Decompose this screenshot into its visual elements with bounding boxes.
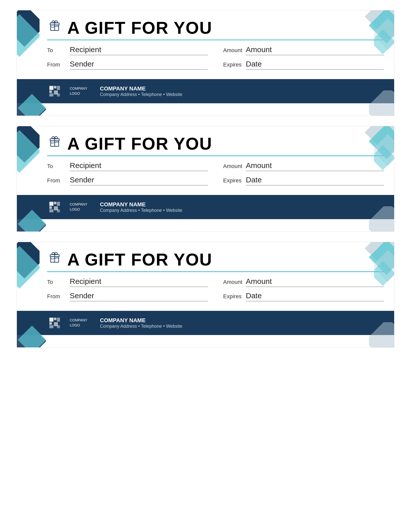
amount-row: Amount Amount bbox=[223, 45, 384, 55]
company-address: Company Address • Telephone • Website bbox=[100, 208, 182, 213]
corner-br-decor bbox=[369, 206, 394, 231]
company-info: COMPANY NAME Company Address • Telephone… bbox=[100, 317, 182, 329]
company-logo-icon bbox=[47, 200, 62, 215]
card-content: A GIFT FOR YOU To Recipient From Sender bbox=[17, 126, 394, 190]
svg-rect-17 bbox=[49, 206, 52, 209]
company-logo-text: COMPANYLOGO bbox=[70, 202, 87, 212]
amount-label: Amount bbox=[223, 279, 243, 285]
decor-right bbox=[374, 18, 394, 58]
to-label: To bbox=[47, 47, 67, 54]
expires-label: Expires bbox=[223, 61, 243, 68]
to-label: To bbox=[47, 279, 67, 285]
footer-bar: COMPANYLOGO COMPANY NAME Company Address… bbox=[17, 311, 394, 335]
to-row: To Recipient bbox=[47, 161, 208, 171]
gift-icon bbox=[47, 19, 62, 37]
company-info: COMPANY NAME Company Address • Telephone… bbox=[100, 201, 182, 213]
to-label: To bbox=[47, 163, 67, 170]
title-divider bbox=[47, 155, 384, 156]
svg-rect-32 bbox=[57, 325, 60, 328]
amount-value: Amount bbox=[246, 277, 384, 287]
fields-right: Amount Amount Expires Date bbox=[223, 277, 384, 306]
gift-card-3: A GIFT FOR YOU To Recipient From Sender bbox=[17, 242, 394, 348]
card-header: A GIFT FOR YOU bbox=[47, 134, 384, 153]
card-content: A GIFT FOR YOU To Recipient From Sender bbox=[17, 242, 394, 306]
corner-tl-decor bbox=[17, 10, 40, 61]
expires-row: Expires Date bbox=[223, 60, 384, 70]
title-divider bbox=[47, 271, 384, 272]
svg-rect-26 bbox=[49, 318, 53, 322]
svg-rect-31 bbox=[57, 318, 60, 322]
company-name: COMPANY NAME bbox=[100, 317, 182, 324]
svg-rect-6 bbox=[49, 90, 52, 93]
corner-bl-decor bbox=[17, 90, 47, 116]
gift-icon bbox=[47, 250, 62, 269]
svg-rect-28 bbox=[49, 322, 52, 325]
corner-bl-decor bbox=[17, 206, 47, 231]
company-logo-icon bbox=[47, 84, 62, 99]
fields-left: To Recipient From Sender bbox=[47, 277, 208, 306]
date-value: Date bbox=[246, 291, 384, 301]
svg-rect-30 bbox=[49, 325, 53, 328]
svg-rect-21 bbox=[57, 209, 60, 212]
corner-tl-decor bbox=[17, 126, 40, 177]
company-logo-text: COMPANYLOGO bbox=[70, 318, 87, 328]
company-logo-text: COMPANYLOGO bbox=[70, 86, 87, 96]
amount-label: Amount bbox=[223, 47, 243, 54]
company-logo-icon bbox=[47, 315, 62, 330]
card-header: A GIFT FOR YOU bbox=[47, 18, 384, 38]
svg-rect-8 bbox=[49, 93, 53, 96]
svg-rect-9 bbox=[57, 86, 60, 90]
svg-rect-5 bbox=[54, 86, 56, 88]
svg-rect-19 bbox=[49, 209, 53, 212]
recipient-value: Recipient bbox=[70, 161, 208, 171]
fields-left: To Recipient From Sender bbox=[47, 161, 208, 190]
expires-label: Expires bbox=[223, 177, 243, 184]
date-value: Date bbox=[246, 176, 384, 185]
expires-label: Expires bbox=[223, 293, 243, 300]
company-address: Company Address • Telephone • Website bbox=[100, 92, 182, 97]
amount-row: Amount Amount bbox=[223, 161, 384, 171]
date-value: Date bbox=[246, 60, 384, 70]
corner-br-decor bbox=[369, 322, 394, 347]
card-title: A GIFT FOR YOU bbox=[67, 134, 212, 153]
decor-right bbox=[374, 250, 394, 290]
from-row: From Sender bbox=[47, 291, 208, 301]
company-name: COMPANY NAME bbox=[100, 201, 182, 208]
from-label: From bbox=[47, 61, 67, 68]
fields-left: To Recipient From Sender bbox=[47, 45, 208, 74]
footer-bar: COMPANYLOGO COMPANY NAME Company Address… bbox=[17, 195, 394, 219]
expires-row: Expires Date bbox=[223, 291, 384, 301]
svg-rect-10 bbox=[57, 93, 60, 96]
to-row: To Recipient bbox=[47, 277, 208, 287]
amount-row: Amount Amount bbox=[223, 277, 384, 287]
amount-label: Amount bbox=[223, 163, 243, 170]
card-header: A GIFT FOR YOU bbox=[47, 250, 384, 269]
svg-rect-15 bbox=[49, 202, 53, 206]
fields-section: To Recipient From Sender Amount Amount E… bbox=[47, 277, 384, 306]
fields-section: To Recipient From Sender Amount Amount E… bbox=[47, 45, 384, 74]
amount-value: Amount bbox=[246, 45, 384, 55]
svg-rect-16 bbox=[54, 202, 56, 204]
company-name: COMPANY NAME bbox=[100, 85, 182, 92]
recipient-value: Recipient bbox=[70, 45, 208, 55]
from-row: From Sender bbox=[47, 60, 208, 70]
card-title: A GIFT FOR YOU bbox=[67, 250, 212, 269]
company-address: Company Address • Telephone • Website bbox=[100, 324, 182, 329]
corner-tl-decor bbox=[17, 242, 40, 292]
gift-card-1: A GIFT FOR YOU To Recipient From Sender bbox=[17, 10, 394, 116]
from-label: From bbox=[47, 177, 67, 184]
fields-section: To Recipient From Sender Amount Amount E… bbox=[47, 161, 384, 190]
card-content: A GIFT FOR YOU To Recipient From Sender bbox=[17, 10, 394, 74]
svg-rect-20 bbox=[57, 202, 60, 206]
fields-right: Amount Amount Expires Date bbox=[223, 161, 384, 190]
gift-card-2: A GIFT FOR YOU To Recipient From Sender bbox=[17, 126, 394, 232]
from-row: From Sender bbox=[47, 176, 208, 185]
gift-icon bbox=[47, 135, 62, 153]
sender-value: Sender bbox=[70, 291, 208, 301]
footer-bar: COMPANYLOGO COMPANY NAME Company Address… bbox=[17, 79, 394, 103]
sender-value: Sender bbox=[70, 60, 208, 70]
card-title: A GIFT FOR YOU bbox=[67, 18, 212, 38]
to-row: To Recipient bbox=[47, 45, 208, 55]
decor-right bbox=[374, 134, 394, 174]
corner-bl-decor bbox=[17, 322, 47, 347]
